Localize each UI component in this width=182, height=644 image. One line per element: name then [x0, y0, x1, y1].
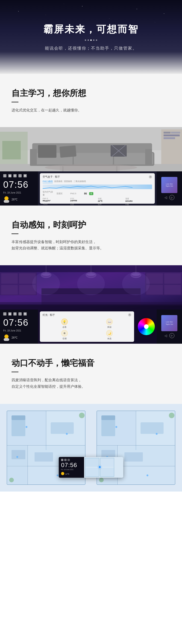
air-tab-temp[interactable]: 温度曲线 [54, 180, 62, 183]
air-noise-item: 噪声 正常 [98, 203, 125, 206]
section2-divider [11, 102, 18, 102]
auto-sense-desc: 丰富传感器提升设备智能，时刻呵护你的美好生活， 如背光自动调整、就近唤醒；温湿度… [11, 239, 171, 251]
air-pm25-label: PM2.5 [70, 192, 82, 195]
auto-sense-content: 自动感知，时刻呵护 丰富传感器提升设备智能，时刻呵护你的美好生活， 如背光自动调… [0, 206, 182, 265]
clock-time-1: 07:56 [3, 180, 35, 189]
svg-rect-39 [164, 285, 181, 294]
svg-point-92 [66, 433, 68, 435]
air-tab-co2[interactable]: 二氧化碳曲线 [73, 180, 86, 183]
clock-date-2: Fri. 18 June 2021 [3, 330, 35, 332]
voice-content: 动口不动手，懒宅福音 四麦消噪语音阵列，配合离在线语音算法， 自定义个性化全屋智… [0, 344, 182, 404]
svg-point-94 [57, 474, 58, 476]
air-panel-title: 空气盒子 · 客厅 [43, 175, 60, 178]
svg-rect-102 [85, 458, 99, 467]
floorplan-svg [0, 404, 182, 492]
color-wheel-panel [136, 310, 157, 344]
air-indoor-label: 室内空气质量 [43, 190, 54, 196]
prev-button-2[interactable]: ◁ [165, 334, 167, 338]
air-chart-svg [43, 184, 152, 189]
mail-icon[interactable]: ✉ [13, 174, 16, 178]
fp-weather: 26℃ [61, 472, 82, 475]
svg-rect-18 [59, 145, 76, 158]
wifi-icon: ⋯ [18, 174, 22, 178]
fp-home-icon: ⌂ [61, 459, 63, 461]
clock-panel-2: ⌂ ▦ ✉ ⋯ ✱ 07:56 Fri. 18 June 2021 26℃ [0, 310, 38, 344]
device-temp-2: 26℃ [11, 336, 17, 339]
music-cover-1: Love Stor Taylor Swi [161, 177, 178, 193]
lights-grid: 💡 会客 📖 阅读 ❄ 空调 🌙 休息 [43, 318, 131, 340]
home-icon[interactable]: ⌂ [3, 174, 6, 178]
music-panel-1: Love Stor Taylor Swi ◁ ▷ [157, 172, 182, 206]
svg-point-51 [122, 272, 150, 295]
music-cover-2: Love Stor Taylor Swi [161, 315, 178, 331]
device-temp-1: 26℃ [11, 198, 17, 201]
fp-map-svg [84, 457, 123, 478]
air-data-row-1: 室内空气质量 湿度区 PM2.5 86 优 [43, 190, 152, 196]
weather-row-2: 26℃ [3, 334, 35, 341]
svg-rect-105 [100, 468, 114, 476]
light-icon-1: 💡 [61, 318, 68, 325]
air-pm25-item: PM2.5 86μg/m³ [43, 198, 69, 202]
air-tvoc-item: TVOC 正常 [43, 203, 69, 206]
color-wheel[interactable] [138, 318, 155, 335]
svg-point-82 [79, 413, 85, 418]
clock-panel-1: ⌂ ▦ ✉ ⋯ ✱ 07:56 Fri. 18 June 2021 26℃ [0, 172, 38, 206]
air-light-item: 照度 中 [70, 203, 97, 206]
clock-date-1: Fri. 18 June 2021 [3, 192, 35, 194]
svg-rect-86 [141, 422, 164, 434]
device-screen-floorplan: ⌂ 07:56 Fri. 18 June 2021 26℃ [59, 457, 123, 478]
air-tab-humid[interactable]: 湿度曲线 [64, 180, 72, 183]
air-tabs: PM2.5曲线 温度曲线 湿度曲线 二氧化碳曲线 [43, 180, 152, 183]
auto-learn-desc: 进化式优化交互，在一起越久，就越懂你。 [11, 107, 171, 113]
play-button-2[interactable]: ▷ [169, 333, 175, 338]
air-tab-pm25[interactable]: PM2.5曲线 [43, 180, 53, 183]
lights-panel-title: 灯光 · 客厅 [43, 313, 55, 317]
air-chart [43, 184, 152, 189]
svg-point-89 [169, 413, 175, 418]
voice-desc: 四麦消噪语音阵列，配合离在线语音算法， 自定义个性化全屋智能语控，提升用户体验。 [11, 377, 171, 390]
air-data-grid: PM2.5 86μg/m³ CO2 24PPM 温度 28℃ 湿度 60%RH [43, 198, 152, 206]
air-panel-1: 空气盒子 · 客厅 ✕ PM2.5曲线 温度曲线 湿度曲线 二氧化碳曲线 室内空… [40, 173, 155, 204]
play-button-1[interactable]: ▷ [169, 195, 175, 200]
air-panel-close[interactable]: ✕ [149, 175, 152, 178]
light-item-1[interactable]: 💡 会客 [43, 318, 86, 329]
auto-learn-section: 自主学习，想你所想 进化式优化交互，在一起越久，就越懂你。 [0, 74, 182, 206]
svg-point-83 [9, 478, 14, 482]
music-controls-2: ◁ ▷ [165, 333, 175, 338]
device-bar-1: ⌂ ▦ ✉ ⋯ ✱ 07:56 Fri. 18 June 2021 26℃ [0, 172, 182, 206]
device-mockup-1: ⌂ ▦ ✉ ⋯ ✱ 07:56 Fri. 18 June 2021 26℃ [0, 127, 182, 206]
music-artist-1: Taylor Swi [166, 185, 173, 187]
prev-button-1[interactable]: ◁ [165, 196, 167, 199]
svg-point-25 [45, 164, 137, 171]
grid-icon[interactable]: ▦ [8, 174, 11, 178]
svg-rect-104 [100, 458, 114, 467]
light-label-4: 休息 [107, 337, 112, 340]
svg-rect-8 [164, 134, 180, 136]
lights-panel-close[interactable]: ✕ [128, 313, 131, 316]
light-label-2: 阅读 [107, 326, 112, 329]
fp-sun-icon [61, 472, 64, 475]
svg-point-50 [77, 272, 105, 295]
light-item-2[interactable]: 📖 阅读 [88, 318, 132, 329]
svg-rect-15 [30, 149, 37, 166]
fp-map [84, 457, 123, 478]
voice-title: 动口不动手，懒宅福音 [11, 358, 171, 369]
air-zone-label: 湿度区 [56, 192, 68, 195]
air-hcho-item: 甲醛 45 [125, 203, 152, 206]
home-icon-2[interactable]: ⌂ [3, 312, 6, 316]
svg-rect-6 [164, 132, 171, 134]
light-item-3[interactable]: ❄ 空调 [43, 330, 86, 340]
svg-rect-31 [1, 285, 18, 294]
svg-point-49 [32, 272, 60, 295]
svg-point-106 [99, 466, 101, 468]
music-title-1: Love Stor [166, 183, 173, 185]
grid-icon-2[interactable]: ▦ [8, 312, 11, 316]
light-label-1: 会客 [62, 326, 67, 329]
light-item-4[interactable]: 🌙 休息 [88, 330, 132, 340]
svg-point-98 [147, 474, 148, 476]
svg-rect-76 [118, 466, 175, 484]
light-label-3: 空调 [62, 337, 67, 340]
device-icons-row-2: ⌂ ▦ ✉ ⋯ ✱ [3, 312, 35, 316]
fp-mail-icon [67, 459, 70, 461]
mail-icon-2[interactable]: ✉ [13, 312, 16, 316]
